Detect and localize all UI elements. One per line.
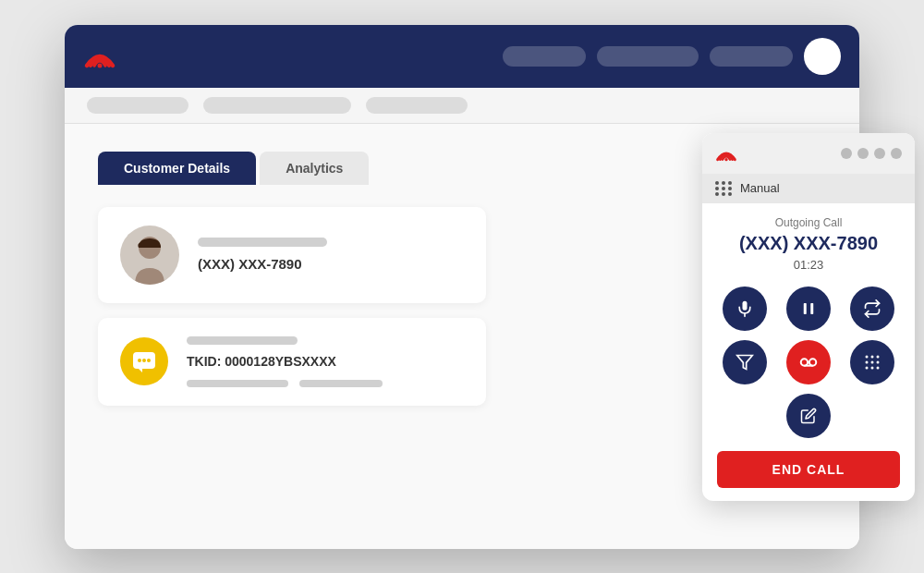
svg-point-4 [142, 359, 146, 362]
svg-marker-11 [736, 355, 752, 369]
dialer-timer: 01:23 [717, 258, 900, 272]
ticket-info-bars [187, 380, 464, 387]
svg-rect-9 [804, 303, 807, 314]
ticket-bar-1 [187, 380, 288, 387]
dialer-manual-row[interactable]: Manual [702, 174, 915, 203]
nav-pill-3[interactable] [710, 46, 793, 67]
svg-point-0 [98, 63, 103, 67]
ticket-bar-2 [299, 380, 383, 387]
nav-pill-1[interactable] [503, 46, 586, 67]
tab-customer-details[interactable]: Customer Details [98, 152, 256, 185]
ticket-card: TKID: 0000128YBSXXXX [98, 318, 486, 406]
svg-rect-10 [810, 303, 813, 314]
customer-phone: (XXX) XXX-7890 [198, 256, 464, 272]
subnav [65, 88, 859, 124]
browser-chrome [65, 25, 859, 88]
subnav-item-2[interactable] [203, 97, 351, 114]
dial-buttons-row2 [717, 340, 900, 384]
dialer-body: Outgoing Call (XXX) XXX-7890 01:23 [702, 203, 915, 501]
svg-point-6 [724, 158, 727, 161]
svg-point-23 [877, 366, 880, 369]
svg-point-13 [809, 359, 816, 365]
dot-3 [874, 148, 885, 159]
transfer-button[interactable] [850, 286, 894, 331]
ticket-name-bar [187, 336, 298, 345]
svg-rect-7 [742, 300, 747, 310]
edit-button[interactable] [786, 394, 831, 438]
outgoing-label: Outgoing Call [717, 216, 900, 229]
keypad-button[interactable] [850, 340, 894, 384]
tab-analytics[interactable]: Analytics [260, 152, 369, 185]
dot-1 [841, 148, 852, 159]
subnav-item-1[interactable] [87, 97, 188, 114]
subnav-item-3[interactable] [366, 97, 468, 114]
dialer-number: (XXX) XXX-7890 [717, 233, 900, 254]
brand-logo [83, 40, 116, 73]
svg-point-21 [866, 366, 869, 369]
voicemail-button[interactable] [786, 340, 831, 384]
manual-label: Manual [740, 181, 780, 195]
browser-nav [131, 38, 841, 75]
svg-point-20 [877, 360, 880, 363]
mute-button[interactable] [723, 286, 767, 331]
dot-2 [857, 148, 869, 159]
dialer-window-controls [841, 148, 902, 159]
svg-point-19 [871, 360, 874, 363]
dial-buttons-row3 [717, 394, 900, 438]
dialer-logo [715, 142, 737, 165]
ticket-icon-wrap [120, 337, 168, 385]
main-content: Customer Details Analytics (XXX) XXX-789… [65, 124, 859, 549]
ticket-content: TKID: 0000128YBSXXXX [187, 336, 464, 387]
svg-point-16 [871, 355, 874, 358]
dot-4 [891, 148, 902, 159]
svg-point-17 [877, 355, 880, 358]
keypad-icon [715, 181, 733, 196]
svg-point-15 [866, 355, 869, 358]
ticket-id: TKID: 0000128YBSXXXX [187, 354, 464, 369]
browser-window: Customer Details Analytics (XXX) XXX-789… [65, 25, 859, 549]
svg-point-5 [147, 359, 151, 362]
svg-point-3 [138, 359, 141, 362]
customer-card: (XXX) XXX-7890 [98, 207, 486, 303]
dial-buttons-row1 [717, 286, 900, 331]
svg-point-12 [801, 359, 808, 365]
user-avatar[interactable] [804, 38, 841, 75]
svg-point-22 [871, 366, 874, 369]
customer-avatar [120, 226, 179, 285]
nav-pill-2[interactable] [597, 46, 699, 67]
card-info: (XXX) XXX-7890 [198, 238, 464, 272]
pause-button[interactable] [786, 286, 831, 331]
dialer-panel: Manual Outgoing Call (XXX) XXX-7890 01:2… [702, 133, 915, 501]
name-placeholder-bar [198, 238, 327, 247]
svg-point-18 [866, 360, 869, 363]
dialer-header [702, 133, 915, 174]
end-call-button[interactable]: END CALL [717, 451, 900, 488]
filter-button[interactable] [723, 340, 767, 384]
